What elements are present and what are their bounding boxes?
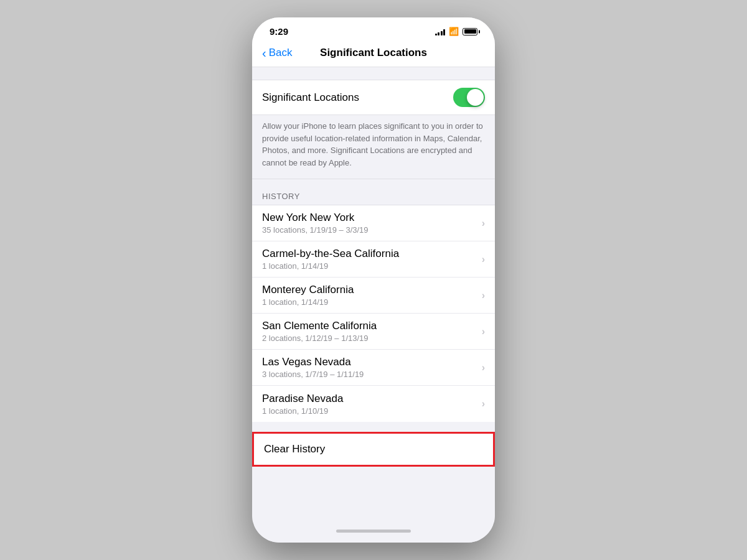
list-item-title-6: Paradise Nevada [262, 393, 477, 405]
list-item-subtitle-2: 1 location, 1/14/19 [262, 261, 477, 271]
list-item-title-4: San Clemente California [262, 320, 477, 332]
list-item-content-3: Monterey California 1 location, 1/14/19 [262, 284, 477, 307]
history-list: New York New York 35 locations, 1/19/19 … [252, 205, 495, 422]
chevron-right-icon-6: › [482, 398, 485, 409]
toggle-section: Significant Locations [252, 80, 495, 115]
list-item-title-5: Las Vegas Nevada [262, 356, 477, 368]
description-section: Allow your iPhone to learn places signif… [252, 115, 495, 179]
toggle-knob [467, 89, 484, 106]
home-bar [336, 530, 411, 533]
clear-history-section: Clear History [252, 432, 495, 467]
significant-locations-toggle-row[interactable]: Significant Locations [252, 80, 495, 114]
clear-history-label: Clear History [264, 443, 325, 455]
chevron-right-icon-2: › [482, 254, 485, 265]
toggle-label: Significant Locations [262, 91, 359, 104]
back-label: Back [269, 47, 293, 59]
list-item-title-2: Carmel-by-the-Sea California [262, 248, 477, 260]
list-item-subtitle-1: 35 locations, 1/19/19 – 3/3/19 [262, 225, 477, 235]
status-time: 9:29 [270, 26, 288, 37]
page-title: Significant Locations [320, 47, 427, 59]
list-item[interactable]: New York New York 35 locations, 1/19/19 … [252, 205, 495, 241]
status-bar: 9:29 📶 [252, 17, 495, 42]
list-item-subtitle-4: 2 locations, 1/12/19 – 1/13/19 [262, 334, 477, 343]
signal-bar-3 [441, 31, 443, 35]
content-area: Significant Locations Allow your iPhone … [252, 67, 495, 525]
chevron-right-icon-3: › [482, 290, 485, 301]
chevron-right-icon-4: › [482, 326, 485, 337]
status-icons: 📶 [435, 27, 478, 36]
mid-spacer [252, 422, 495, 432]
home-indicator [252, 525, 495, 543]
chevron-right-icon-1: › [482, 218, 485, 229]
toggle-switch[interactable] [453, 88, 485, 107]
description-text: Allow your iPhone to learn places signif… [262, 120, 485, 169]
list-item-content-4: San Clemente California 2 locations, 1/1… [262, 320, 477, 343]
phone-frame: 9:29 📶 ‹ Back Significant Locations [252, 17, 495, 543]
list-item[interactable]: San Clemente California 2 locations, 1/1… [252, 314, 495, 350]
list-item-subtitle-6: 1 location, 1/10/19 [262, 406, 477, 416]
clear-history-button[interactable]: Clear History [254, 434, 493, 465]
signal-bar-1 [435, 34, 437, 35]
list-item-content-6: Paradise Nevada 1 location, 1/10/19 [262, 393, 477, 416]
list-item-content-5: Las Vegas Nevada 3 locations, 1/7/19 – 1… [262, 356, 477, 379]
list-item-content-1: New York New York 35 locations, 1/19/19 … [262, 212, 477, 235]
list-item-content-2: Carmel-by-the-Sea California 1 location,… [262, 248, 477, 271]
back-button[interactable]: ‹ Back [262, 47, 292, 59]
list-item-subtitle-3: 1 location, 1/14/19 [262, 297, 477, 307]
bottom-spacer [252, 467, 495, 516]
signal-bar-4 [443, 29, 445, 35]
list-item[interactable]: Paradise Nevada 1 location, 1/10/19 › [252, 386, 495, 422]
list-item[interactable]: Carmel-by-the-Sea California 1 location,… [252, 241, 495, 278]
list-item[interactable]: Las Vegas Nevada 3 locations, 1/7/19 – 1… [252, 350, 495, 386]
back-chevron-icon: ‹ [262, 47, 266, 59]
battery-fill [464, 29, 476, 34]
list-item-title-1: New York New York [262, 212, 477, 224]
chevron-right-icon-5: › [482, 362, 485, 373]
list-item-subtitle-5: 3 locations, 1/7/19 – 1/11/19 [262, 370, 477, 379]
history-section-header: HISTORY [252, 179, 495, 205]
signal-bar-2 [438, 32, 439, 35]
wifi-icon: 📶 [449, 27, 459, 36]
nav-bar: ‹ Back Significant Locations [252, 42, 495, 67]
battery-icon [463, 28, 477, 35]
signal-icon [435, 28, 446, 35]
list-item-title-3: Monterey California [262, 284, 477, 296]
top-spacer [252, 67, 495, 80]
list-item[interactable]: Monterey California 1 location, 1/14/19 … [252, 278, 495, 314]
